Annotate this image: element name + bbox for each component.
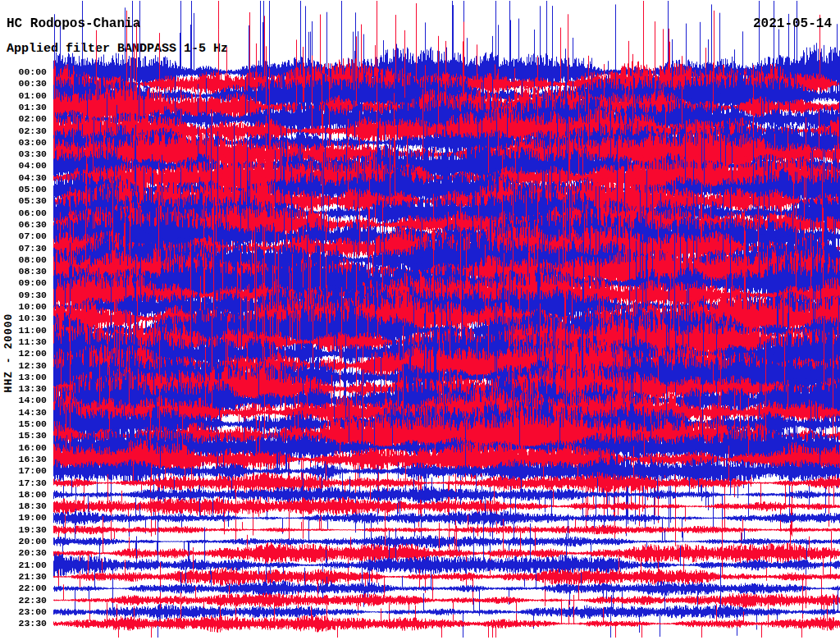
time-label: 23:30 <box>0 619 47 629</box>
time-label: 13:30 <box>0 384 47 394</box>
time-label: 21:00 <box>0 560 47 570</box>
time-label: 16:00 <box>0 443 47 453</box>
time-label: 17:30 <box>0 478 47 488</box>
time-label: 10:30 <box>0 313 47 323</box>
time-label: 18:00 <box>0 490 47 500</box>
time-label: 21:30 <box>0 572 47 582</box>
time-label: 01:30 <box>0 103 47 112</box>
time-label: 22:00 <box>0 583 47 593</box>
time-label: 19:30 <box>0 525 47 535</box>
time-label: 04:30 <box>0 173 47 183</box>
time-label: 06:30 <box>0 220 47 230</box>
seismogram-canvas <box>0 0 840 640</box>
time-label: 20:30 <box>0 548 47 558</box>
time-label: 14:30 <box>0 408 47 418</box>
time-label: 06:00 <box>0 208 47 218</box>
time-label: 09:30 <box>0 290 47 300</box>
time-label: 07:30 <box>0 244 47 254</box>
time-label: 05:30 <box>0 196 47 206</box>
time-label: 04:00 <box>0 161 47 171</box>
time-label: 03:30 <box>0 149 47 159</box>
time-label: 15:30 <box>0 431 47 441</box>
time-label: 12:30 <box>0 361 47 371</box>
time-label: 15:00 <box>0 419 47 429</box>
time-label: 22:30 <box>0 596 47 606</box>
time-label: 13:00 <box>0 373 47 382</box>
time-label: 09:00 <box>0 278 47 288</box>
time-label: 07:00 <box>0 231 47 241</box>
time-label: 03:00 <box>0 138 47 148</box>
time-label: 00:00 <box>0 67 47 77</box>
time-label: 08:30 <box>0 267 47 277</box>
time-label: 01:00 <box>0 91 47 101</box>
time-label: 12:00 <box>0 349 47 359</box>
time-label: 23:00 <box>0 607 47 617</box>
time-axis: 00:0000:3001:0001:3002:0002:3003:0003:30… <box>0 0 48 640</box>
time-label: 02:00 <box>0 114 47 124</box>
time-label: 10:00 <box>0 302 47 312</box>
time-label: 20:00 <box>0 537 47 546</box>
time-label: 19:00 <box>0 513 47 523</box>
time-label: 18:30 <box>0 501 47 511</box>
time-label: 11:00 <box>0 326 47 336</box>
time-label: 17:00 <box>0 466 47 476</box>
time-label: 00:30 <box>0 79 47 89</box>
time-label: 05:00 <box>0 185 47 194</box>
time-label: 14:00 <box>0 395 47 405</box>
time-label: 08:00 <box>0 255 47 265</box>
time-label: 16:30 <box>0 455 47 464</box>
helicorder-page: HC Rodopos-Chania 2021-05-14 Applied fil… <box>0 0 840 640</box>
time-label: 11:30 <box>0 337 47 347</box>
time-label: 02:30 <box>0 126 47 136</box>
plot-date: 2021-05-14 <box>753 16 832 31</box>
